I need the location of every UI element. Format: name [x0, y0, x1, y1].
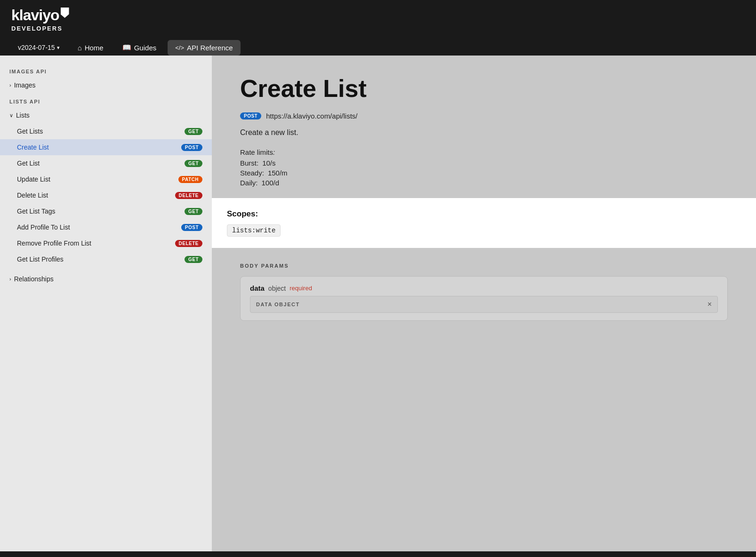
param-required: required	[290, 285, 312, 292]
logo-text: klaviyo	[11, 7, 59, 24]
nav-guides-label: Guides	[134, 44, 157, 52]
body-params-section: BODY PARAMS data object required DATA OB…	[240, 263, 728, 321]
sidebar-update-list-label: Update List	[17, 175, 50, 183]
scopes-card: Scopes: lists:write	[212, 198, 756, 248]
chevron-down-icon: ∨	[9, 112, 13, 119]
endpoint-method-badge: POST	[240, 112, 261, 119]
delete-badge-2: DELETE	[175, 240, 202, 247]
post-badge-2: POST	[181, 224, 202, 231]
chevron-right-icon-2: ›	[9, 276, 11, 282]
get-badge-4: GET	[185, 256, 202, 263]
page-title: Create List	[240, 74, 728, 103]
close-button[interactable]: ×	[708, 300, 712, 309]
sidebar-get-list-profiles-label: Get List Profiles	[17, 255, 64, 263]
sidebar-section-images: IMAGES API	[0, 63, 212, 77]
param-name: data	[250, 284, 265, 292]
logo-area: klaviyo DEVELOPERS	[11, 7, 745, 32]
get-badge: GET	[185, 128, 202, 135]
sidebar-get-list-tags-label: Get List Tags	[17, 207, 55, 215]
header: klaviyo DEVELOPERS v2024-07-15 ▾ ⌂ Home …	[0, 0, 756, 56]
sidebar-item-get-list[interactable]: Get List GET	[0, 155, 212, 171]
nav-home[interactable]: ⌂ Home	[70, 40, 111, 56]
logo-flag-icon	[61, 8, 69, 18]
delete-badge: DELETE	[175, 192, 202, 199]
sidebar-item-get-list-tags[interactable]: Get List Tags GET	[0, 203, 212, 219]
endpoint-url: https://a.klaviyo.com/api/lists/	[266, 112, 357, 120]
sidebar-item-create-list[interactable]: Create List POST	[0, 139, 212, 155]
scope-badge: lists:write	[227, 224, 281, 237]
post-badge: POST	[181, 144, 202, 151]
main-layout: IMAGES API › Images LISTS API ∨ Lists Ge…	[0, 56, 756, 551]
sidebar: IMAGES API › Images LISTS API ∨ Lists Ge…	[0, 56, 212, 551]
nav-api-ref-label: API Reference	[187, 44, 233, 52]
sidebar-item-images[interactable]: › Images	[0, 77, 212, 93]
sidebar-create-list-label: Create List	[17, 143, 49, 151]
sidebar-item-get-lists[interactable]: Get Lists GET	[0, 123, 212, 139]
get-badge-3: GET	[185, 208, 202, 215]
data-object-label: DATA OBJECT	[256, 302, 300, 307]
book-icon: 📖	[122, 43, 131, 52]
param-card: data object required DATA OBJECT ×	[240, 276, 728, 321]
sidebar-relationships-label: Relationships	[14, 275, 54, 283]
sidebar-item-remove-profile-from-list[interactable]: Remove Profile From List DELETE	[0, 235, 212, 251]
sidebar-remove-profile-label: Remove Profile From List	[17, 239, 91, 247]
data-object-row: DATA OBJECT ×	[250, 296, 718, 313]
version-selector[interactable]: v2024-07-15 ▾	[11, 40, 66, 55]
rate-limit-daily: Daily: 100/d	[240, 179, 728, 187]
sidebar-get-list-label: Get List	[17, 159, 40, 167]
scopes-title: Scopes:	[227, 209, 741, 219]
sidebar-delete-list-label: Delete List	[17, 191, 48, 199]
body-params-label: BODY PARAMS	[240, 263, 728, 269]
description: Create a new list.	[240, 128, 728, 137]
home-icon: ⌂	[78, 44, 82, 52]
chevron-down-icon: ▾	[57, 45, 60, 51]
endpoint-row: POST https://a.klaviyo.com/api/lists/	[240, 112, 728, 120]
sidebar-images-label: Images	[14, 81, 36, 89]
version-label: v2024-07-15	[18, 44, 55, 51]
sidebar-item-add-profile-to-list[interactable]: Add Profile To List POST	[0, 219, 212, 235]
sidebar-item-update-list[interactable]: Update List PATCH	[0, 171, 212, 187]
rate-limits-title: Rate limits:	[240, 148, 728, 156]
sidebar-item-relationships[interactable]: › Relationships	[0, 271, 212, 287]
rate-limits-section: Rate limits: Burst: 10/s Steady: 150/m D…	[240, 148, 728, 187]
logo: klaviyo DEVELOPERS	[11, 7, 69, 32]
sidebar-add-profile-label: Add Profile To List	[17, 223, 70, 231]
patch-badge: PATCH	[178, 176, 202, 183]
nav-home-label: Home	[85, 44, 104, 52]
nav-api-reference[interactable]: </> API Reference	[168, 40, 240, 56]
get-badge-2: GET	[185, 160, 202, 167]
sidebar-item-lists-parent[interactable]: ∨ Lists	[0, 107, 212, 123]
sidebar-section-lists: LISTS API	[0, 93, 212, 107]
param-data-row: data object required	[250, 284, 718, 292]
rate-limit-steady: Steady: 150/m	[240, 169, 728, 177]
sidebar-item-get-list-profiles[interactable]: Get List Profiles GET	[0, 251, 212, 267]
chevron-right-icon: ›	[9, 82, 11, 88]
nav-guides[interactable]: 📖 Guides	[115, 40, 164, 56]
nav-bar: v2024-07-15 ▾ ⌂ Home 📖 Guides </> API Re…	[11, 40, 745, 56]
logo-subtitle: DEVELOPERS	[11, 25, 69, 32]
sidebar-get-lists-label: Get Lists	[17, 127, 43, 135]
rate-limit-burst: Burst: 10/s	[240, 159, 728, 167]
sidebar-lists-label: Lists	[16, 111, 30, 119]
sidebar-item-delete-list[interactable]: Delete List DELETE	[0, 187, 212, 203]
content-area: Create List POST https://a.klaviyo.com/a…	[212, 56, 756, 551]
code-icon: </>	[175, 44, 184, 51]
param-type: object	[268, 285, 286, 292]
